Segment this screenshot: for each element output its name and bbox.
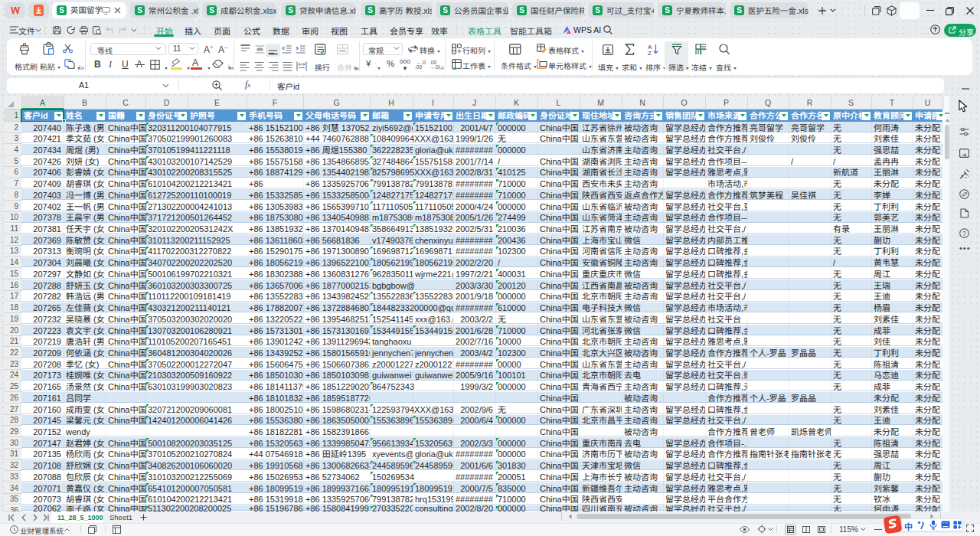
svg-text:?: ?	[962, 230, 966, 237]
svg-text:→.0: →.0	[430, 64, 439, 70]
svg-text:.00: .00	[415, 64, 422, 70]
svg-text:Z: Z	[648, 50, 652, 57]
